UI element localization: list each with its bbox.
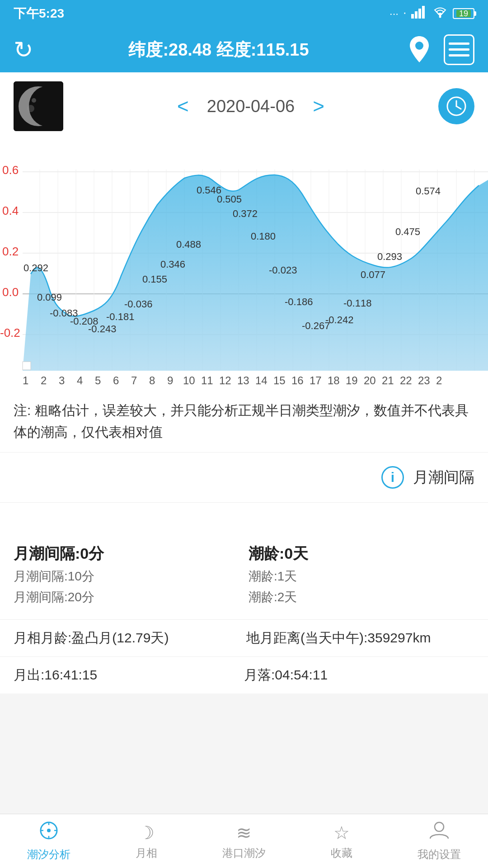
svg-text:-0.023: -0.023 xyxy=(269,264,297,276)
svg-text:15: 15 xyxy=(273,374,286,387)
prev-date-button[interactable]: < xyxy=(177,95,189,118)
status-bar: 下午5:23 ··· ‧ 19 xyxy=(0,0,488,27)
note-content: 注: 粗略估计，误差较大，并只能分析正规半日潮类型潮汐，数值并不代表具体的潮高，… xyxy=(14,403,469,439)
dots-icon: ··· xyxy=(389,7,399,20)
moon-dist: 地月距离(当天中午):359297km xyxy=(246,629,474,647)
tide-chart: 0.6 0.4 0.2 0.0 -0.2 xyxy=(0,145,488,389)
moonrise: 月出:16:41:15 xyxy=(14,666,244,684)
svg-text:-0.181: -0.181 xyxy=(106,311,134,322)
svg-text:17: 17 xyxy=(310,374,322,387)
refresh-button[interactable]: ↻ xyxy=(14,36,33,63)
nav-port-tide[interactable]: ≋ 港口潮汐 xyxy=(195,818,293,865)
svg-rect-7 xyxy=(449,48,469,51)
data-grid: 月潮间隔:0分 月潮间隔:10分 月潮间隔:20分 潮龄:0天 潮龄:1天 潮龄… xyxy=(0,530,488,619)
svg-text:-0.186: -0.186 xyxy=(285,296,313,307)
chart-container: 0.6 0.4 0.2 0.0 -0.2 xyxy=(0,140,488,391)
lunitidal-sub2: 月潮间隔:20分 xyxy=(14,589,239,606)
bottom-nav: 潮汐分析 ☽ 月相 ≋ 港口潮汐 ☆ 收藏 我的设置 xyxy=(0,814,488,868)
svg-text:0.077: 0.077 xyxy=(361,269,385,280)
nav-settings-label: 我的设置 xyxy=(418,847,461,862)
svg-text:20: 20 xyxy=(364,374,376,387)
svg-text:-0.242: -0.242 xyxy=(325,314,353,326)
status-time: 下午5:23 xyxy=(14,5,64,22)
svg-rect-6 xyxy=(449,42,469,45)
svg-text:19: 19 xyxy=(346,374,358,387)
nav-tide-analysis-label: 潮汐分析 xyxy=(27,847,70,862)
tidal-age-main: 潮龄:0天 xyxy=(249,543,474,564)
tidal-age-sub2: 潮龄:2天 xyxy=(249,589,474,606)
svg-point-12 xyxy=(32,98,36,103)
date-display: 2020-04-06 xyxy=(207,97,295,116)
clock-button[interactable] xyxy=(438,88,474,124)
svg-text:2: 2 xyxy=(41,374,47,387)
date-controls: < 2020-04-06 > xyxy=(72,95,429,118)
svg-line-16 xyxy=(456,106,461,109)
svg-text:-0.243: -0.243 xyxy=(88,323,116,335)
svg-text:2: 2 xyxy=(436,374,442,387)
moon-image xyxy=(14,81,63,131)
svg-text:23: 23 xyxy=(418,374,430,387)
nav-favorites[interactable]: ☆ 收藏 xyxy=(293,818,390,865)
lunitidal-sub1: 月潮间隔:10分 xyxy=(14,568,239,585)
svg-text:0.0: 0.0 xyxy=(2,285,19,299)
svg-text:0.372: 0.372 xyxy=(233,208,258,219)
svg-point-4 xyxy=(439,16,441,18)
lunitidal-interval-group: 月潮间隔:0分 月潮间隔:10分 月潮间隔:20分 xyxy=(14,543,239,606)
svg-text:0.2: 0.2 xyxy=(2,245,19,258)
svg-text:0.475: 0.475 xyxy=(395,226,420,237)
info-section: i 月潮间隔 xyxy=(0,453,488,503)
next-date-button[interactable]: > xyxy=(313,95,324,118)
svg-text:7: 7 xyxy=(131,374,137,387)
svg-text:0.155: 0.155 xyxy=(142,274,167,285)
wifi-icon xyxy=(432,6,448,21)
svg-text:0.574: 0.574 xyxy=(416,185,441,197)
nav-favorites-label: 收藏 xyxy=(331,846,352,860)
signal-icon xyxy=(411,6,427,21)
svg-rect-0 xyxy=(411,14,414,19)
bluetooth-icon: ‧ xyxy=(403,7,407,20)
note-text: 注: 粗略估计，误差较大，并只能分析正规半日潮类型潮汐，数值并不代表具体的潮高，… xyxy=(0,391,488,453)
svg-text:4: 4 xyxy=(77,374,83,387)
bottom-info: 月相月龄:盈凸月(12.79天) 地月距离(当天中午):359297km xyxy=(0,619,488,656)
app-header: ↻ 纬度:28.48 经度:115.15 xyxy=(0,27,488,72)
svg-text:0.488: 0.488 xyxy=(176,239,201,250)
svg-text:-0.036: -0.036 xyxy=(124,298,152,310)
sun-row: 月出:16:41:15 月落:04:54:11 xyxy=(0,656,488,693)
settings-icon xyxy=(430,821,449,844)
list-button[interactable] xyxy=(444,34,474,65)
svg-point-5 xyxy=(415,42,423,50)
svg-text:0.505: 0.505 xyxy=(217,193,242,205)
svg-text:0.293: 0.293 xyxy=(377,251,402,262)
svg-text:10: 10 xyxy=(183,374,195,387)
svg-text:0.346: 0.346 xyxy=(160,259,185,270)
nav-settings[interactable]: 我的设置 xyxy=(390,816,488,866)
svg-text:6: 6 xyxy=(113,374,119,387)
svg-text:0.4: 0.4 xyxy=(2,204,19,217)
svg-point-13 xyxy=(27,105,34,112)
svg-text:1: 1 xyxy=(23,374,28,387)
battery-icon: 19 xyxy=(453,8,474,19)
tidal-age-sub1: 潮龄:1天 xyxy=(249,568,474,585)
svg-text:3: 3 xyxy=(59,374,65,387)
nav-spacer xyxy=(0,693,488,752)
port-tide-icon: ≋ xyxy=(236,822,252,843)
svg-point-107 xyxy=(435,822,444,831)
header-icons xyxy=(404,34,474,65)
moon-phase-icon: ☽ xyxy=(138,822,155,843)
svg-text:21: 21 xyxy=(382,374,394,387)
svg-text:11: 11 xyxy=(201,374,213,387)
location-button[interactable] xyxy=(404,34,435,65)
svg-text:16: 16 xyxy=(291,374,304,387)
svg-text:9: 9 xyxy=(167,374,173,387)
svg-point-102 xyxy=(47,829,51,832)
svg-text:22: 22 xyxy=(400,374,412,387)
nav-tide-analysis[interactable]: 潮汐分析 xyxy=(0,816,98,866)
svg-rect-8 xyxy=(449,54,469,57)
info-icon[interactable]: i xyxy=(381,466,404,489)
svg-text:18: 18 xyxy=(328,374,340,387)
svg-text:0.6: 0.6 xyxy=(2,163,19,177)
svg-point-11 xyxy=(29,86,63,126)
nav-moon-phase[interactable]: ☽ 月相 xyxy=(98,818,195,865)
nav-port-tide-label: 港口潮汐 xyxy=(222,846,266,860)
svg-text:0.292: 0.292 xyxy=(23,262,48,274)
